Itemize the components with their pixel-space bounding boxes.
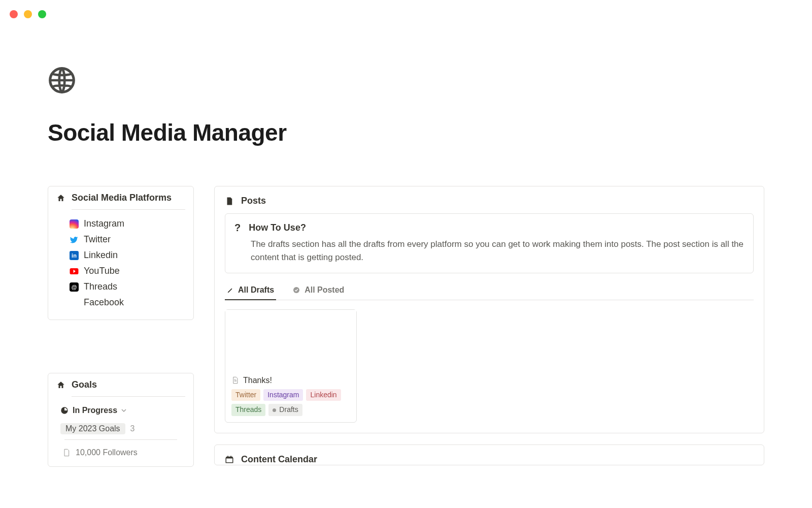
- goal-item[interactable]: 10,000 Followers: [56, 446, 185, 457]
- platform-label: Instagram: [84, 218, 124, 229]
- platform-item-instagram[interactable]: Instagram: [70, 216, 185, 232]
- svg-point-3: [293, 287, 299, 293]
- tab-all-posted[interactable]: All Posted: [290, 282, 346, 300]
- goals-view-label: In Progress: [73, 406, 117, 415]
- goals-group-count: 3: [130, 424, 135, 433]
- goal-item-label: 10,000 Followers: [76, 448, 138, 457]
- calendar-icon: [225, 455, 234, 464]
- youtube-icon: [70, 267, 79, 276]
- home-icon: [56, 380, 65, 390]
- window-zoom-button[interactable]: [38, 10, 46, 18]
- instagram-icon: [70, 219, 79, 229]
- home-icon: [56, 194, 65, 203]
- tag-linkedin: Linkedin: [306, 389, 341, 401]
- draft-card-cover: [225, 310, 356, 371]
- platform-label: Facebook: [84, 297, 124, 308]
- page-title: Social Media Manager: [48, 119, 764, 146]
- page-icon: [62, 449, 71, 457]
- platform-item-twitter[interactable]: Twitter: [70, 232, 185, 247]
- tag-instagram: Instagram: [263, 389, 303, 401]
- tag-drafts: Drafts: [268, 404, 302, 416]
- goals-group-row[interactable]: My 2023 Goals 3: [56, 421, 185, 439]
- svg-rect-5: [226, 458, 233, 463]
- platforms-heading: Social Media Platforms: [72, 193, 172, 203]
- globe-icon: [48, 66, 76, 94]
- pencil-icon: [227, 287, 234, 294]
- tag-threads: Threads: [231, 404, 265, 416]
- facebook-icon: [70, 298, 79, 307]
- page-icon-globe[interactable]: [48, 66, 76, 94]
- callout-body: The drafts section has all the drafts fr…: [251, 238, 744, 265]
- platform-item-facebook[interactable]: Facebook: [70, 295, 185, 310]
- tab-label: All Posted: [304, 285, 344, 295]
- posts-card: Posts ? How To Use? The drafts section h…: [214, 186, 764, 433]
- threads-icon: @: [70, 282, 79, 292]
- question-icon: ?: [234, 222, 241, 234]
- file-icon: [225, 196, 234, 206]
- tag-twitter: Twitter: [231, 389, 260, 401]
- page-icon: [231, 376, 239, 385]
- posts-heading: Posts: [241, 196, 266, 206]
- window-minimize-button[interactable]: [24, 10, 32, 18]
- goals-card: Goals In Progress My 2023 Goals 3: [48, 373, 194, 467]
- platform-label: YouTube: [84, 266, 120, 276]
- platform-item-youtube[interactable]: YouTube: [70, 263, 185, 279]
- goals-heading: Goals: [72, 379, 97, 390]
- draft-card[interactable]: Thanks! Twitter Instagram Linkedin Threa…: [225, 309, 357, 423]
- draft-card-title: Thanks!: [243, 376, 272, 385]
- tab-all-drafts[interactable]: All Drafts: [225, 282, 276, 300]
- platform-item-threads[interactable]: @ Threads: [70, 279, 185, 295]
- linkedin-icon: in: [70, 251, 79, 260]
- platform-item-linkedin[interactable]: in Linkedin: [70, 247, 185, 263]
- goals-group-pill: My 2023 Goals: [60, 423, 125, 434]
- platform-label: Twitter: [84, 234, 111, 245]
- content-calendar-heading: Content Calendar: [241, 454, 317, 465]
- check-circle-icon: [292, 286, 300, 294]
- content-calendar-card: Content Calendar: [214, 444, 764, 465]
- chevron-down-icon: [121, 408, 126, 413]
- callout-title: How To Use?: [249, 223, 306, 233]
- how-to-use-callout: ? How To Use? The drafts section has all…: [225, 213, 754, 273]
- platform-label: Threads: [84, 281, 117, 292]
- posts-tabs: All Drafts All Posted: [225, 282, 754, 300]
- draft-card-tags: Twitter Instagram Linkedin Threads Draft…: [231, 389, 350, 416]
- platforms-list: Instagram Twitter in Linkedin YouTub: [56, 216, 185, 310]
- window-traffic-lights: [10, 10, 46, 18]
- twitter-icon: [70, 235, 79, 244]
- tab-label: All Drafts: [238, 285, 274, 295]
- platform-label: Linkedin: [84, 250, 118, 261]
- progress-icon: [60, 406, 69, 415]
- window-close-button[interactable]: [10, 10, 18, 18]
- goals-view-selector[interactable]: In Progress: [56, 403, 185, 421]
- platforms-card: Social Media Platforms Instagram Twitter: [48, 186, 194, 320]
